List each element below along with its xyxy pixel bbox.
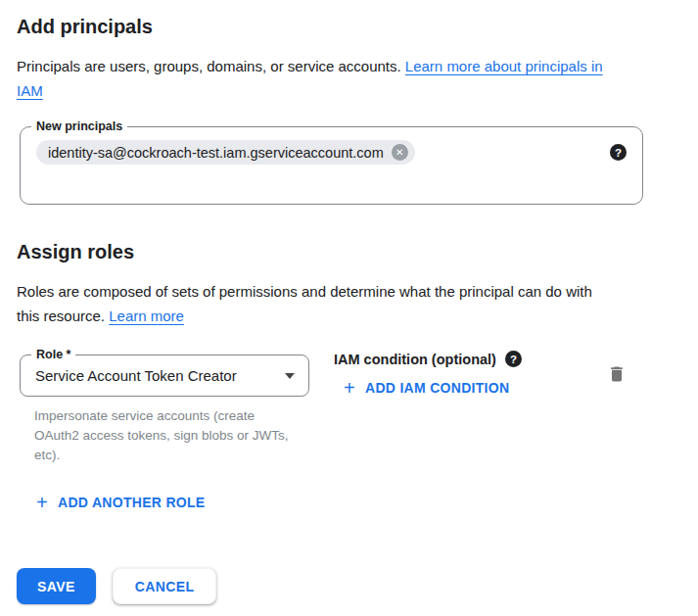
role-label: Role * [31,347,75,362]
trash-icon [607,364,627,384]
condition-help-button[interactable]: ? [505,351,522,367]
cancel-button[interactable]: CANCEL [113,568,217,604]
dropdown-arrow-icon [285,373,295,379]
role-row: Role * Service Account Token Creator Imp… [20,355,681,465]
role-selected-value: Service Account Token Creator [35,367,237,384]
help-icon: ? [510,354,517,365]
roles-description-text: Roles are composed of sets of permission… [17,283,592,324]
role-column: Role * Service Account Token Creator Imp… [20,355,309,465]
role-select[interactable]: Role * Service Account Token Creator [20,355,309,397]
add-principals-panel: Add principals Principals are users, gro… [0,0,698,616]
iam-condition-header: IAM condition (optional) ? [334,351,522,367]
add-iam-condition-label: ADD IAM CONDITION [365,380,509,396]
add-another-role-button[interactable]: + ADD ANOTHER ROLE [36,495,206,510]
principal-chip-text: identity-sa@cockroach-test.iam.gservicea… [48,145,384,161]
principals-description-text: Principals are users, groups, domains, o… [17,58,405,74]
principals-description: Principals are users, groups, domains, o… [17,54,628,103]
save-button[interactable]: SAVE [17,568,96,604]
help-icon: ? [615,147,622,159]
new-principals-label: New principals [31,118,127,134]
iam-condition-label: IAM condition (optional) [334,352,496,367]
principal-chip: identity-sa@cockroach-test.iam.gservicea… [36,140,415,165]
learn-more-roles-link[interactable]: Learn more [109,308,184,324]
plus-icon: + [344,380,355,396]
add-principals-title: Add principals [17,15,681,38]
roles-description: Roles are composed of sets of permission… [17,279,594,328]
actions-bar: SAVE CANCEL [17,568,681,604]
add-iam-condition-button[interactable]: + ADD IAM CONDITION [344,380,509,396]
plus-icon: + [36,495,48,510]
add-another-role-label: ADD ANOTHER ROLE [58,495,206,510]
principals-help-button[interactable]: ? [610,144,627,161]
role-helper-text: Impersonate service accounts (create OAu… [34,406,289,465]
new-principals-field[interactable]: New principals identity-sa@cockroach-tes… [20,126,643,205]
new-principals-row: identity-sa@cockroach-test.iam.gservicea… [36,140,627,165]
remove-principal-button[interactable]: ✕ [392,144,408,161]
delete-role-button[interactable] [607,364,627,387]
assign-roles-title: Assign roles [17,240,681,263]
iam-condition-column: IAM condition (optional) ? + ADD IAM CON… [334,351,522,399]
close-icon: ✕ [396,147,403,158]
